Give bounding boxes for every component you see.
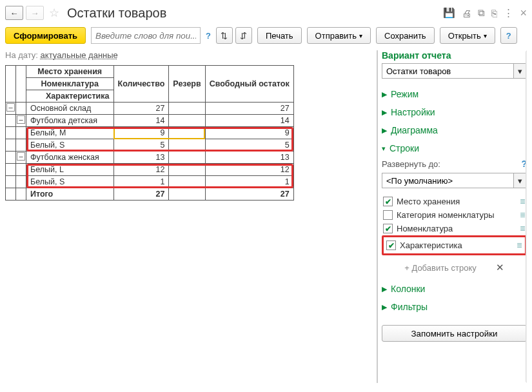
row-field-item[interactable]: ✔Место хранения≣ [382, 195, 527, 208]
table-row[interactable]: –Футболка детская1414 [6, 115, 294, 127]
sort-asc-icon[interactable]: ⇅ [216, 27, 233, 44]
collapse-icon[interactable]: – [6, 103, 15, 112]
expand-combo[interactable]: ▾ [382, 173, 527, 188]
title-bar: ← → ☆ Остатки товаров 💾 🖨 ⧉ ⎘ ⋮ × [5, 4, 527, 22]
checkbox[interactable]: ✔ [386, 240, 396, 250]
print-icon[interactable]: 🖨 [462, 8, 471, 19]
print-button[interactable]: Печать [257, 27, 302, 44]
row-label: Белый, S [26, 139, 114, 152]
chevron-right-icon: ▶ [382, 108, 387, 117]
chevron-right-icon: ▶ [382, 285, 387, 293]
row-field-label: Характеристика [400, 240, 462, 250]
row-label: Белый, L [26, 164, 114, 176]
page-title: Остатки товаров [67, 6, 166, 21]
row-field-label: Место хранения [397, 197, 460, 206]
table-row[interactable]: –Футболка женская1313 [6, 152, 294, 164]
generate-button[interactable]: Сформировать [5, 27, 86, 44]
variant-dropdown-icon[interactable]: ▾ [514, 63, 527, 79]
checkbox[interactable]: ✔ [383, 224, 393, 233]
date-label: На дату: [5, 50, 38, 60]
search-input[interactable] [91, 27, 201, 44]
table-row[interactable]: Белый, S55 [6, 139, 294, 152]
chevron-down-icon: ▾ [484, 32, 487, 39]
section-diagram[interactable]: ▶Диаграмма [382, 121, 527, 139]
drag-handle-icon[interactable]: ≣ [517, 241, 522, 250]
row-field-label: Номенклатура [397, 224, 453, 233]
favorite-star-icon[interactable]: ☆ [49, 6, 59, 20]
help-button[interactable]: ? [500, 27, 517, 44]
toolbar: Сформировать ? ⇅ ⇵ Печать Отправить ▾ Со… [5, 27, 527, 44]
section-mode[interactable]: ▶Режим [382, 85, 527, 103]
help-icon[interactable]: ? [206, 31, 211, 41]
shuffle-icon[interactable]: ✕ [496, 262, 504, 273]
save-button[interactable]: Сохранить [376, 27, 435, 44]
row-field-label: Категория номенклатуры [397, 210, 495, 220]
row-label: Основной склад [26, 103, 114, 115]
col-reserve: Резерв [169, 66, 205, 103]
col-qty: Количество [113, 66, 169, 103]
col-characteristic: Характеристика [26, 90, 114, 103]
row-label: Белый, S [26, 176, 114, 188]
checkbox[interactable]: ✔ [383, 197, 393, 206]
preview-icon[interactable]: ⧉ [478, 7, 485, 19]
close-icon[interactable]: × [520, 6, 527, 20]
section-filters[interactable]: ▶Фильтры [382, 298, 527, 316]
chevron-right-icon: ▶ [382, 126, 387, 135]
collapse-icon[interactable]: – [17, 152, 25, 161]
section-settings[interactable]: ▶Настройки [382, 103, 527, 121]
highlighted-row-field: ✔Характеристика≣ [382, 235, 527, 255]
col-place: Место хранения [26, 66, 114, 78]
nav-back-button[interactable]: ← [5, 6, 23, 20]
help-icon[interactable]: ? [521, 159, 527, 169]
expand-dropdown-icon[interactable]: ▾ [514, 173, 527, 188]
add-row-button[interactable]: + Добавить строку [404, 263, 477, 273]
date-value-link[interactable]: актуальные данные [41, 50, 118, 60]
report-table: Место хранения Количество Резерв Свободн… [5, 65, 294, 201]
checkbox[interactable] [383, 210, 393, 220]
table-row[interactable]: –Основной склад2727 [6, 103, 294, 115]
send-button[interactable]: Отправить ▾ [307, 27, 371, 44]
row-field-item[interactable]: Категория номенклатуры≣ [382, 208, 527, 222]
drag-handle-icon[interactable]: ≣ [520, 224, 526, 233]
save-file-icon[interactable]: 💾 [443, 7, 455, 19]
table-row[interactable]: Белый, M99 [6, 127, 294, 139]
open-button[interactable]: Открыть ▾ [440, 27, 495, 44]
chevron-down-icon: ▾ [359, 32, 362, 39]
chevron-right-icon: ▶ [382, 303, 387, 311]
row-label: Белый, M [26, 127, 114, 139]
row-field-item[interactable]: ✔Характеристика≣ [385, 239, 524, 252]
sort-desc-icon[interactable]: ⇵ [235, 27, 252, 44]
total-row: Итого 27 27 [6, 188, 294, 201]
section-rows[interactable]: ▾Строки [382, 139, 527, 157]
row-label: Футболка детская [26, 115, 114, 127]
expand-label: Развернуть до: [382, 159, 440, 169]
settings-panel: Вариант отчета ▾ ▶Режим ▶Настройки ▶Диаг… [377, 50, 527, 383]
col-free: Свободный остаток [205, 66, 293, 103]
report-area: На дату: актуальные данные Место хранени… [5, 50, 373, 383]
drag-handle-icon[interactable]: ≣ [520, 197, 526, 206]
save-settings-button[interactable]: Запомнить настройки [382, 325, 527, 342]
chevron-right-icon: ▶ [382, 90, 387, 99]
chevron-down-icon: ▾ [382, 144, 386, 153]
table-row[interactable]: Белый, L1212 [6, 164, 294, 176]
col-nomenclature: Номенклатура [26, 78, 114, 90]
expand-input[interactable] [382, 173, 514, 188]
link-icon[interactable]: ⎘ [491, 8, 497, 19]
more-menu-icon[interactable]: ⋮ [504, 7, 513, 19]
table-row[interactable]: Белый, S11 [6, 176, 294, 188]
collapse-icon[interactable]: – [17, 115, 25, 124]
row-field-item[interactable]: ✔Номенклатура≣ [382, 222, 527, 235]
drag-handle-icon[interactable]: ≣ [520, 211, 526, 219]
section-columns[interactable]: ▶Колонки [382, 280, 527, 298]
row-label: Футболка женская [26, 152, 114, 164]
variant-combo[interactable]: ▾ [382, 63, 527, 79]
variant-title: Вариант отчета [382, 50, 527, 61]
nav-forward-button[interactable]: → [26, 6, 44, 20]
variant-input[interactable] [382, 63, 514, 79]
